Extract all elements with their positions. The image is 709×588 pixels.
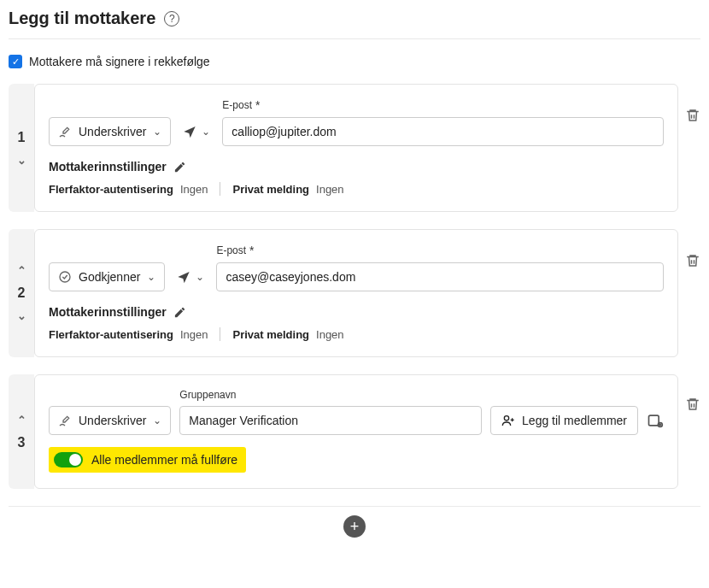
recipient-card: Godkjenner ⌄ ⌄ E-post * Mottakerinnstill… [34, 229, 678, 357]
page-header: Legg til mottakere ? [9, 9, 700, 39]
mfa-value: Ingen [180, 328, 208, 341]
role-select[interactable]: Underskriver ⌄ [49, 117, 171, 146]
group-settings-icon[interactable] [647, 406, 664, 435]
private-message-label: Privat melding [232, 328, 309, 341]
add-recipient-row: + [9, 506, 700, 538]
recipient-group-block: ⌃ 3 Underskriver ⌄ Gruppenavn [9, 374, 700, 489]
private-message-value: Ingen [316, 183, 344, 196]
recipient-settings-header: Mottakerinnstillinger [49, 305, 664, 319]
recipient-settings-header: Mottakerinnstillinger [49, 160, 664, 173]
email-label: E-post * [222, 98, 664, 112]
delete-recipient-button[interactable] [678, 84, 700, 212]
add-members-button[interactable]: Legg til medlemmer [490, 406, 638, 435]
private-message-label: Privat melding [232, 183, 309, 196]
pen-icon [58, 414, 72, 427]
private-message-value: Ingen [316, 328, 344, 341]
chevron-down-icon: ⌄ [147, 271, 155, 283]
group-name-label: Gruppenavn [179, 389, 482, 401]
svg-point-0 [60, 272, 70, 282]
page-title: Legg til mottakere [9, 9, 155, 28]
order-column: ⌃ 3 [9, 374, 34, 489]
move-up-icon[interactable]: ⌃ [17, 414, 26, 426]
delivery-method-button[interactable]: ⌄ [173, 262, 208, 291]
all-must-complete-row: Alle medlemmer må fullføre [49, 447, 246, 473]
chevron-down-icon: ⌄ [153, 415, 161, 426]
sign-order-row: ✓ Mottakere må signere i rekkefølge [9, 55, 700, 68]
delivery-method-button[interactable]: ⌄ [179, 117, 214, 146]
sign-in-order-label: Mottakere må signere i rekkefølge [29, 55, 210, 68]
required-asterisk: * [249, 244, 254, 257]
all-must-complete-label: Alle medlemmer må fullføre [91, 453, 237, 467]
required-asterisk: * [255, 98, 260, 112]
move-down-icon[interactable]: ⌄ [17, 154, 26, 167]
recipient-group-card: Underskriver ⌄ Gruppenavn Legg til medle… [34, 374, 678, 489]
recipient-meta-row: Flerfaktor-autentisering Ingen Privat me… [49, 182, 664, 196]
delete-recipient-button[interactable] [678, 374, 700, 489]
order-number: 3 [18, 435, 26, 450]
send-icon [177, 270, 190, 284]
order-number: 2 [18, 285, 26, 301]
mfa-label: Flerfaktor-autentisering [49, 183, 173, 196]
divider [220, 182, 220, 196]
recipient-card: Underskriver ⌄ ⌄ E-post * Mottakerinnsti… [34, 84, 678, 212]
check-circle-icon [58, 270, 72, 284]
divider [220, 327, 220, 341]
mfa-label: Flerfaktor-autentisering [49, 328, 173, 341]
role-select[interactable]: Underskriver ⌄ [49, 406, 171, 435]
mfa-value: Ingen [180, 183, 208, 196]
recipient-block: 1 ⌄ Underskriver ⌄ ⌄ E- [9, 84, 700, 212]
help-icon[interactable]: ? [164, 11, 179, 26]
chevron-down-icon: ⌄ [196, 271, 204, 283]
group-name-input[interactable] [179, 406, 482, 435]
chevron-down-icon: ⌄ [153, 126, 161, 138]
role-label: Underskriver [79, 125, 146, 138]
email-input[interactable] [216, 262, 664, 291]
email-label: E-post * [216, 244, 664, 257]
email-input[interactable] [222, 117, 664, 146]
edit-icon[interactable] [173, 306, 186, 319]
svg-point-1 [504, 416, 508, 420]
sign-in-order-checkbox[interactable]: ✓ [9, 55, 22, 68]
order-column: 1 ⌄ [9, 84, 34, 212]
role-label: Godkjenner [79, 270, 140, 284]
user-plus-icon [501, 414, 515, 427]
svg-rect-2 [649, 415, 659, 426]
chevron-down-icon: ⌄ [202, 126, 210, 138]
role-select[interactable]: Godkjenner ⌄ [49, 262, 165, 291]
move-up-icon[interactable]: ⌃ [17, 264, 26, 277]
add-recipient-button[interactable]: + [343, 515, 366, 538]
role-label: Underskriver [79, 414, 146, 427]
delete-recipient-button[interactable] [678, 229, 700, 357]
edit-icon[interactable] [173, 161, 186, 173]
send-icon [183, 125, 196, 138]
recipient-block: ⌃ 2 ⌄ Godkjenner ⌄ ⌄ [9, 229, 700, 357]
order-column: ⌃ 2 ⌄ [9, 229, 34, 357]
order-number: 1 [18, 130, 26, 145]
all-must-complete-toggle[interactable] [54, 452, 83, 467]
recipient-meta-row: Flerfaktor-autentisering Ingen Privat me… [49, 327, 664, 341]
move-down-icon[interactable]: ⌄ [17, 309, 26, 322]
pen-icon [58, 125, 72, 138]
